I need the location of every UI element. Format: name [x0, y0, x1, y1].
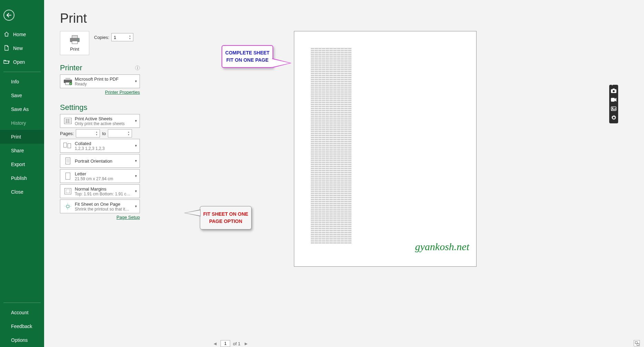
spin-down-icon[interactable]: ▼ — [127, 37, 132, 40]
collate-icon — [62, 143, 73, 149]
print-panel: Print Copies: ▲▼ Printer i Microsoft Pri… — [60, 31, 140, 222]
collate-selector[interactable]: Collated 1,2,3 1,2,3 1,2,3 ▼ — [60, 139, 140, 153]
nav-save-as[interactable]: Save As — [0, 102, 44, 116]
nav-account[interactable]: Account — [0, 306, 44, 319]
chevron-down-icon: ▼ — [134, 80, 137, 83]
print-what-selector[interactable]: Print Active Sheets Only print the activ… — [60, 114, 140, 128]
nav-publish[interactable]: Publish — [0, 171, 44, 185]
nav-save[interactable]: Save — [0, 89, 44, 102]
print-preview: gyankosh.net — [209, 31, 561, 300]
printer-status-icon — [62, 78, 73, 85]
copies-label: Copies: — [94, 35, 109, 40]
image-icon[interactable] — [609, 104, 618, 113]
margins-sub: Top: 1.91 cm Bottom: 1.91 c… — [75, 192, 133, 196]
spin-up-icon[interactable]: ▲ — [94, 131, 99, 133]
svg-rect-1 — [72, 35, 78, 38]
nav-label: Save As — [11, 106, 29, 112]
open-icon — [3, 59, 10, 65]
pages-to-label: to — [102, 131, 106, 136]
svg-point-3 — [78, 39, 79, 40]
backstage-content: Print Print Copies: ▲▼ Printe — [44, 0, 644, 347]
pages-from-input[interactable] — [76, 130, 91, 137]
scaling-sub: Shrink the printout so that it… — [75, 207, 133, 212]
nav-feedback[interactable]: Feedback — [0, 319, 44, 333]
printer-selector[interactable]: Microsoft Print to PDF Ready ▼ — [60, 74, 140, 88]
orientation-selector[interactable]: Portrait Orientation ▼ — [60, 154, 140, 168]
nav-separator — [3, 303, 41, 303]
pages-label: Pages: — [60, 131, 74, 136]
svg-rect-2 — [72, 41, 78, 44]
preview-paginator: ◀ of 1 ▶ — [212, 339, 249, 347]
print-button[interactable]: Print — [60, 31, 89, 55]
portrait-icon — [62, 157, 73, 164]
margins-icon — [62, 188, 73, 194]
pages-to-stepper[interactable]: ▲▼ — [108, 129, 132, 137]
printer-properties-link[interactable]: Printer Properties — [105, 90, 140, 95]
nav-label: Home — [13, 32, 26, 37]
nav-print[interactable]: Print — [0, 130, 44, 144]
printer-icon — [69, 35, 81, 44]
camera-icon[interactable] — [609, 86, 618, 95]
svg-point-10 — [613, 90, 615, 92]
gear-icon[interactable] — [609, 113, 618, 122]
nav-label: Open — [13, 59, 25, 65]
new-icon — [3, 45, 10, 52]
paper-icon — [62, 173, 73, 180]
copies-stepper[interactable]: ▲▼ — [111, 33, 133, 41]
nav-label: Options — [11, 337, 28, 343]
chevron-down-icon: ▼ — [134, 119, 137, 123]
scaling-title: Fit Sheet on One Page — [75, 202, 133, 207]
printer-status: Ready — [75, 82, 133, 86]
pin-icon[interactable]: ✦ — [610, 85, 614, 87]
paper-title: Letter — [75, 171, 133, 176]
paper-sub: 21.59 cm x 27.94 cm — [75, 176, 133, 181]
nav-share[interactable]: Share — [0, 144, 44, 157]
fit-page-icon: ↓↑→← — [62, 203, 73, 210]
scaling-selector[interactable]: ↓↑→← Fit Sheet on One Page Shrink the pr… — [60, 200, 140, 213]
video-icon[interactable] — [609, 95, 618, 104]
paper-selector[interactable]: Letter 21.59 cm x 27.94 cm ▼ — [60, 169, 140, 183]
collate-title: Collated — [75, 141, 133, 146]
spin-up-icon[interactable]: ▲ — [126, 131, 131, 133]
spin-down-icon[interactable]: ▼ — [126, 133, 131, 136]
nav-options[interactable]: Options — [0, 333, 44, 347]
pages-from-stepper[interactable]: ▲▼ — [76, 129, 100, 137]
screenshot-toolbar[interactable]: ✦ — [609, 85, 618, 123]
printer-info-icon[interactable]: i — [135, 65, 140, 70]
watermark-text: gyankosh.net — [415, 241, 469, 253]
zoom-to-page-button[interactable] — [634, 340, 640, 346]
page-setup-link[interactable]: Page Setup — [116, 215, 140, 220]
nav-export[interactable]: Export — [0, 157, 44, 171]
settings-heading: Settings — [60, 103, 88, 112]
sheets-icon — [62, 118, 73, 124]
nav-open[interactable]: Open — [0, 55, 44, 69]
next-page-button[interactable]: ▶ — [243, 341, 249, 346]
collate-sub: 1,2,3 1,2,3 1,2,3 — [75, 146, 133, 151]
spin-up-icon[interactable]: ▲ — [127, 34, 132, 37]
copies-input[interactable] — [112, 33, 126, 41]
page-total-label: of 1 — [233, 341, 241, 346]
page-number-input[interactable] — [221, 340, 230, 347]
nav-info[interactable]: Info — [0, 75, 44, 89]
nav-new[interactable]: New — [0, 41, 44, 55]
nav-home[interactable]: Home — [0, 28, 44, 41]
nav-label: Close — [11, 189, 23, 195]
nav-close[interactable]: Close — [0, 185, 44, 199]
preview-sheet-content — [311, 48, 351, 244]
pages-to-input[interactable] — [108, 130, 123, 137]
margins-selector[interactable]: Normal Margins Top: 1.91 cm Bottom: 1.91… — [60, 184, 140, 198]
margins-title: Normal Margins — [75, 186, 133, 192]
chevron-down-icon: ▼ — [134, 144, 137, 147]
nav-label: Share — [11, 148, 24, 153]
nav-label: New — [13, 45, 23, 51]
nav-label: Account — [11, 310, 29, 315]
svg-point-14 — [613, 117, 614, 118]
prev-page-button[interactable]: ◀ — [212, 341, 218, 346]
chevron-down-icon: ▼ — [134, 174, 137, 178]
spin-down-icon[interactable]: ▼ — [94, 133, 99, 136]
svg-rect-5 — [65, 78, 70, 80]
nav-history[interactable]: History — [0, 116, 44, 130]
callout-arrow-icon — [184, 210, 201, 216]
back-button[interactable] — [3, 10, 14, 21]
home-icon — [3, 32, 10, 38]
